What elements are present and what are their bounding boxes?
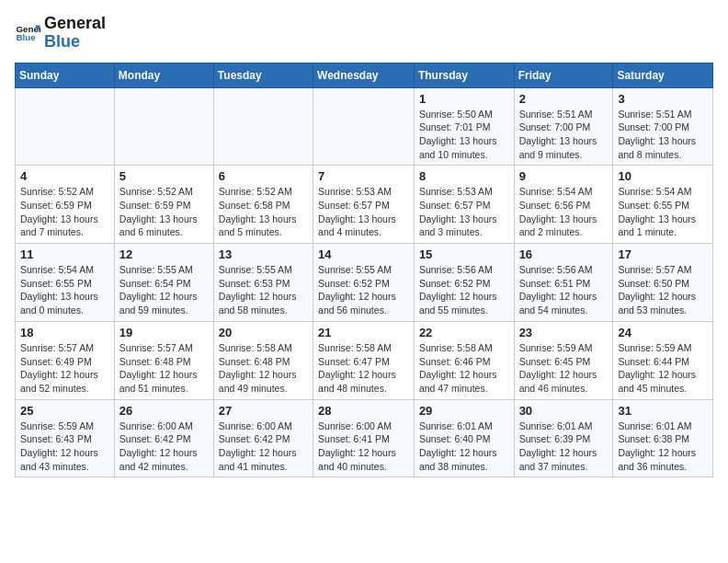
day-number: 11 [20,247,109,261]
day-info: Sunrise: 5:57 AM Sunset: 6:48 PM Dayligh… [119,341,209,396]
day-number: 21 [318,326,409,339]
day-number: 28 [318,404,409,418]
calendar-cell: 24Sunrise: 5:59 AM Sunset: 6:44 PM Dayli… [613,321,713,399]
calendar-cell: 7Sunrise: 5:53 AM Sunset: 6:57 PM Daylig… [313,166,415,244]
calendar-cell: 12Sunrise: 5:55 AM Sunset: 6:54 PM Dayli… [114,244,213,322]
day-number: 5 [119,169,209,183]
day-number: 15 [419,247,509,261]
day-info: Sunrise: 5:59 AM Sunset: 6:44 PM Dayligh… [618,341,708,396]
calendar-cell: 4Sunrise: 5:52 AM Sunset: 6:59 PM Daylig… [16,166,115,244]
logo-text: GeneralBlue [44,15,106,52]
day-number: 23 [519,326,609,339]
day-info: Sunrise: 5:58 AM Sunset: 6:48 PM Dayligh… [219,341,308,396]
calendar-cell: 15Sunrise: 5:56 AM Sunset: 6:52 PM Dayli… [414,244,514,322]
calendar-cell: 25Sunrise: 5:59 AM Sunset: 6:43 PM Dayli… [16,399,115,477]
calendar-cell: 1Sunrise: 5:50 AM Sunset: 7:01 PM Daylig… [414,87,514,166]
day-number: 10 [618,169,708,183]
calendar-cell: 23Sunrise: 5:59 AM Sunset: 6:45 PM Dayli… [514,321,613,399]
day-info: Sunrise: 5:53 AM Sunset: 6:57 PM Dayligh… [318,185,409,239]
calendar-cell [114,87,213,166]
day-info: Sunrise: 5:54 AM Sunset: 6:55 PM Dayligh… [20,263,109,317]
day-info: Sunrise: 5:55 AM Sunset: 6:52 PM Dayligh… [318,263,409,317]
day-info: Sunrise: 5:53 AM Sunset: 6:57 PM Dayligh… [419,185,509,239]
day-number: 20 [219,326,308,339]
weekday-sunday: Sunday [16,63,115,87]
day-info: Sunrise: 5:59 AM Sunset: 6:43 PM Dayligh… [20,419,109,474]
day-number: 13 [219,247,308,261]
day-number: 3 [618,92,708,106]
weekday-thursday: Thursday [414,63,514,87]
day-info: Sunrise: 5:58 AM Sunset: 6:47 PM Dayligh… [318,341,409,396]
day-info: Sunrise: 6:00 AM Sunset: 6:42 PM Dayligh… [219,419,308,474]
day-number: 17 [618,247,708,261]
calendar-cell: 31Sunrise: 6:01 AM Sunset: 6:38 PM Dayli… [613,399,713,477]
day-number: 27 [219,404,308,418]
day-number: 29 [419,404,509,418]
day-number: 9 [519,169,609,183]
day-number: 8 [419,169,509,183]
day-info: Sunrise: 5:51 AM Sunset: 7:00 PM Dayligh… [618,108,708,162]
weekday-saturday: Saturday [613,63,713,87]
calendar-cell: 13Sunrise: 5:55 AM Sunset: 6:53 PM Dayli… [213,244,313,322]
day-info: Sunrise: 5:58 AM Sunset: 6:46 PM Dayligh… [419,341,509,396]
calendar-week-1: 1Sunrise: 5:50 AM Sunset: 7:01 PM Daylig… [16,87,713,166]
calendar-cell: 10Sunrise: 5:54 AM Sunset: 6:55 PM Dayli… [613,166,713,244]
calendar-cell: 16Sunrise: 5:56 AM Sunset: 6:51 PM Dayli… [514,244,613,322]
logo: General Blue GeneralBlue [15,15,106,52]
day-number: 22 [419,326,509,339]
calendar-week-2: 4Sunrise: 5:52 AM Sunset: 6:59 PM Daylig… [16,166,713,244]
calendar-cell: 17Sunrise: 5:57 AM Sunset: 6:50 PM Dayli… [613,244,713,322]
calendar-cell [16,87,115,166]
day-number: 12 [119,247,209,261]
day-info: Sunrise: 5:57 AM Sunset: 6:49 PM Dayligh… [20,341,109,396]
day-info: Sunrise: 6:01 AM Sunset: 6:38 PM Dayligh… [618,419,708,474]
day-number: 16 [519,247,609,261]
day-info: Sunrise: 5:52 AM Sunset: 6:59 PM Dayligh… [20,185,109,239]
day-number: 1 [419,92,509,106]
calendar-cell: 22Sunrise: 5:58 AM Sunset: 6:46 PM Dayli… [414,321,514,399]
calendar-cell: 11Sunrise: 5:54 AM Sunset: 6:55 PM Dayli… [16,244,115,322]
calendar-cell: 14Sunrise: 5:55 AM Sunset: 6:52 PM Dayli… [313,244,415,322]
calendar-cell: 27Sunrise: 6:00 AM Sunset: 6:42 PM Dayli… [213,399,313,477]
calendar-body: 1Sunrise: 5:50 AM Sunset: 7:01 PM Daylig… [16,87,713,477]
day-info: Sunrise: 6:01 AM Sunset: 6:40 PM Dayligh… [419,419,509,474]
day-info: Sunrise: 5:55 AM Sunset: 6:54 PM Dayligh… [119,263,209,317]
calendar-cell: 28Sunrise: 6:00 AM Sunset: 6:41 PM Dayli… [313,399,415,477]
day-info: Sunrise: 5:51 AM Sunset: 7:00 PM Dayligh… [519,108,609,162]
calendar-week-5: 25Sunrise: 5:59 AM Sunset: 6:43 PM Dayli… [16,399,713,477]
calendar-cell: 21Sunrise: 5:58 AM Sunset: 6:47 PM Dayli… [313,321,415,399]
weekday-monday: Monday [114,63,213,87]
calendar-week-3: 11Sunrise: 5:54 AM Sunset: 6:55 PM Dayli… [16,244,713,322]
calendar-week-4: 18Sunrise: 5:57 AM Sunset: 6:49 PM Dayli… [16,321,713,399]
day-info: Sunrise: 5:54 AM Sunset: 6:56 PM Dayligh… [519,185,609,239]
day-number: 4 [20,169,109,183]
day-info: Sunrise: 6:01 AM Sunset: 6:39 PM Dayligh… [519,419,609,474]
svg-text:Blue: Blue [16,32,36,42]
day-info: Sunrise: 5:50 AM Sunset: 7:01 PM Dayligh… [419,108,509,162]
day-number: 2 [519,92,609,106]
calendar-table: SundayMondayTuesdayWednesdayThursdayFrid… [15,63,713,478]
day-number: 26 [119,404,209,418]
day-info: Sunrise: 5:59 AM Sunset: 6:45 PM Dayligh… [519,341,609,396]
day-info: Sunrise: 5:55 AM Sunset: 6:53 PM Dayligh… [219,263,308,317]
calendar-cell: 20Sunrise: 5:58 AM Sunset: 6:48 PM Dayli… [213,321,313,399]
calendar-cell: 8Sunrise: 5:53 AM Sunset: 6:57 PM Daylig… [414,166,514,244]
day-info: Sunrise: 6:00 AM Sunset: 6:42 PM Dayligh… [119,419,209,474]
day-info: Sunrise: 5:52 AM Sunset: 6:58 PM Dayligh… [219,185,308,239]
calendar-cell: 5Sunrise: 5:52 AM Sunset: 6:59 PM Daylig… [114,166,213,244]
day-number: 30 [519,404,609,418]
calendar-cell: 9Sunrise: 5:54 AM Sunset: 6:56 PM Daylig… [514,166,613,244]
day-info: Sunrise: 5:54 AM Sunset: 6:55 PM Dayligh… [618,185,708,239]
day-info: Sunrise: 5:57 AM Sunset: 6:50 PM Dayligh… [618,263,708,317]
calendar-cell [213,87,313,166]
weekday-tuesday: Tuesday [213,63,313,87]
calendar-cell: 29Sunrise: 6:01 AM Sunset: 6:40 PM Dayli… [414,399,514,477]
calendar-cell: 18Sunrise: 5:57 AM Sunset: 6:49 PM Dayli… [16,321,115,399]
day-number: 7 [318,169,409,183]
day-info: Sunrise: 5:56 AM Sunset: 6:51 PM Dayligh… [519,263,609,317]
logo-icon: General Blue [15,20,40,46]
day-info: Sunrise: 5:56 AM Sunset: 6:52 PM Dayligh… [419,263,509,317]
day-number: 24 [618,326,708,339]
calendar-cell: 6Sunrise: 5:52 AM Sunset: 6:58 PM Daylig… [213,166,313,244]
day-number: 19 [119,326,209,339]
